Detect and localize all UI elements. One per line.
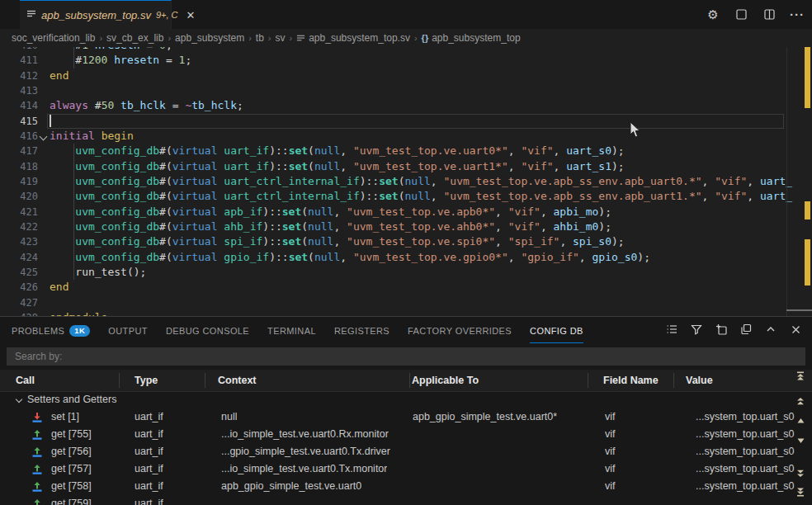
- overview-ruler-warning-mark: [805, 47, 810, 108]
- code-line[interactable]: 414always #50 tb_hclk = ~tb_hclk;: [0, 98, 812, 113]
- column-header-applicable[interactable]: Applicable To: [412, 370, 479, 391]
- panel-tab-terminal[interactable]: TERMINAL: [267, 319, 316, 343]
- cell-ctx: apb_gpio_simple_test.ve.uart0: [221, 478, 361, 495]
- column-divider[interactable]: [673, 373, 674, 388]
- close-tab-icon[interactable]: ✕: [186, 10, 196, 21]
- breadcrumb-item[interactable]: apb_subsystem_top.sv: [296, 32, 410, 44]
- code-line[interactable]: 417 uvm_config_db#(virtual uart_if)::set…: [0, 144, 812, 158]
- fold-chevron-icon[interactable]: [40, 133, 48, 141]
- settings-gear-icon[interactable]: ⚙: [706, 8, 720, 21]
- code-line[interactable]: 428endmodule: [0, 310, 812, 316]
- panel-tab-registers[interactable]: REGISTERS: [334, 319, 389, 343]
- get-icon: [31, 498, 43, 505]
- code-line[interactable]: 426end: [0, 280, 812, 295]
- panel-tab-debug-console[interactable]: DEBUG CONSOLE: [166, 319, 249, 343]
- down-icon[interactable]: [794, 434, 807, 446]
- breadcrumb: soc_verification_lib›sv_cb_ex_lib›apb_su…: [0, 29, 812, 47]
- table-row-get759[interactable]: get [759]uart_if: [0, 495, 792, 505]
- column-header-value[interactable]: Value: [686, 370, 713, 391]
- breadcrumb-separator: ›: [99, 33, 102, 43]
- code-line[interactable]: 422 uvm_config_db#(virtual ahb_if)::set(…: [0, 219, 812, 234]
- breadcrumb-item[interactable]: tb: [256, 32, 264, 44]
- column-header-context[interactable]: Context: [218, 370, 257, 391]
- code-line[interactable]: 412end: [0, 68, 812, 83]
- vscode-window: apb_subsystem_top.sv 9+, C ✕ ⚙ ··· soc_v…: [0, 0, 812, 505]
- column-divider[interactable]: [119, 373, 120, 388]
- table-row-get755[interactable]: get [755]uart_if...io_simple_test.ve.uar…: [0, 426, 792, 443]
- column-header-field[interactable]: Field Name: [603, 370, 659, 391]
- cell-ctx: ...io_simple_test.ve.uart0.Rx.monitor: [221, 426, 389, 443]
- panel-tab-label: REGISTERS: [334, 326, 389, 336]
- symbol-braces-icon: {}: [422, 33, 429, 43]
- code-text: uvm_config_db#(virtual gpio_if)::set(nul…: [50, 250, 650, 265]
- split-editor-icon[interactable]: [762, 8, 776, 21]
- code-line[interactable]: 425 run_test();: [0, 265, 812, 280]
- code-text: #1200 hresetn = 1;: [50, 53, 191, 68]
- code-editor[interactable]: 410 #1 hresetn = 0;411 #1200 hresetn = 1…: [0, 47, 812, 316]
- add-view-icon[interactable]: [715, 323, 728, 336]
- cell-type: uart_if: [135, 426, 163, 443]
- column-divider[interactable]: [588, 373, 588, 388]
- panel-tab-output[interactable]: OUTPUT: [108, 319, 148, 343]
- table-row-set1[interactable]: set [1]uart_ifnullapb_gpio_simple_test.v…: [0, 408, 792, 426]
- search-input[interactable]: [7, 347, 805, 366]
- code-line[interactable]: 413: [0, 83, 812, 98]
- scrollbar-thumb-edge[interactable]: [786, 309, 812, 311]
- table-row-get757[interactable]: get [757]uart_if...io_simple_test.ve.uar…: [0, 460, 792, 478]
- view-as-tree-icon[interactable]: [665, 323, 678, 336]
- code-line[interactable]: 421 uvm_config_db#(virtual apb_if)::set(…: [0, 205, 812, 219]
- close-panel-icon[interactable]: [789, 323, 802, 336]
- column-divider[interactable]: [205, 373, 205, 388]
- panel-tab-label: FACTORY OVERRIDES: [408, 326, 512, 336]
- code-line[interactable]: 416initial begin: [0, 129, 812, 144]
- table-row-get758[interactable]: get [758]uart_ifapb_gpio_simple_test.ve.…: [0, 478, 792, 495]
- breadcrumb-item[interactable]: apb_subsystem: [175, 32, 244, 44]
- line-number: 424: [0, 250, 38, 265]
- group-row-setters-and-getters[interactable]: Setters and Getters: [0, 391, 792, 408]
- page-up-icon[interactable]: [794, 396, 807, 408]
- scroll-top-icon[interactable]: [794, 370, 807, 382]
- maximize-panel-icon[interactable]: [764, 323, 777, 336]
- get-icon: [31, 464, 43, 475]
- code-line[interactable]: 423 uvm_config_db#(virtual spi_if)::set(…: [0, 234, 812, 249]
- panel-tab-problems[interactable]: PROBLEMS1K: [12, 319, 90, 343]
- tab-bar: apb_subsystem_top.sv 9+, C ✕ ⚙ ···: [0, 0, 812, 30]
- breadcrumb-separator: ›: [290, 33, 293, 43]
- code-text: uvm_config_db#(virtual spi_if)::set(null…: [50, 234, 625, 249]
- duplicate-panel-icon[interactable]: [739, 323, 753, 336]
- line-number: 416: [0, 129, 38, 144]
- overview-ruler-warning-mark: [805, 239, 810, 286]
- scroll-bottom-icon[interactable]: [794, 486, 807, 498]
- breadcrumb-item[interactable]: sv: [276, 32, 286, 44]
- code-line[interactable]: 420 uvm_config_db#(virtual uart_ctrl_int…: [0, 189, 812, 204]
- panel-tab-factory-overrides[interactable]: FACTORY OVERRIDES: [408, 319, 512, 343]
- line-number: 425: [0, 265, 38, 280]
- line-number: 422: [0, 219, 38, 234]
- column-header-type[interactable]: Type: [135, 370, 158, 391]
- page-down-icon[interactable]: [794, 467, 807, 479]
- breadcrumb-item[interactable]: soc_verification_lib: [12, 32, 95, 44]
- table-row-get756[interactable]: get [756]uart_if...gpio_simple_test.ve.u…: [0, 443, 792, 460]
- column-header-call[interactable]: Call: [16, 370, 35, 391]
- code-line[interactable]: 411 #1200 hresetn = 1;: [0, 53, 812, 68]
- customize-layout-icon[interactable]: [734, 8, 748, 21]
- code-line[interactable]: 427: [0, 295, 812, 310]
- code-line[interactable]: 419 uvm_config_db#(virtual uart_ctrl_int…: [0, 174, 812, 189]
- more-actions-icon[interactable]: ···: [791, 8, 804, 21]
- cell-type: uart_if: [135, 478, 163, 495]
- up-icon[interactable]: [794, 415, 807, 427]
- code-line[interactable]: 410 #1 hresetn = 0;: [0, 47, 812, 53]
- breadcrumb-item[interactable]: {}apb_subsystem_top: [422, 32, 521, 44]
- editor-tab[interactable]: apb_subsystem_top.sv 9+, C ✕: [20, 0, 172, 29]
- code-line[interactable]: 415: [0, 114, 812, 129]
- code-line[interactable]: 418 uvm_config_db#(virtual uart_if)::set…: [0, 159, 812, 174]
- column-divider[interactable]: [409, 373, 410, 388]
- code-text: uvm_config_db#(virtual uart_ctrl_interna…: [50, 174, 792, 189]
- breadcrumb-item[interactable]: sv_cb_ex_lib: [106, 32, 163, 44]
- code-text: uvm_config_db#(virtual ahb_if)::set(null…: [50, 219, 611, 234]
- code-text: uvm_config_db#(virtual apb_if)::set(null…: [50, 205, 611, 219]
- code-line[interactable]: 424 uvm_config_db#(virtual gpio_if)::set…: [0, 250, 812, 265]
- breadcrumb-label: apb_subsystem_top.sv: [309, 32, 410, 44]
- panel-tab-config-db[interactable]: CONFIG DB: [530, 319, 583, 343]
- filter-icon[interactable]: [690, 323, 703, 336]
